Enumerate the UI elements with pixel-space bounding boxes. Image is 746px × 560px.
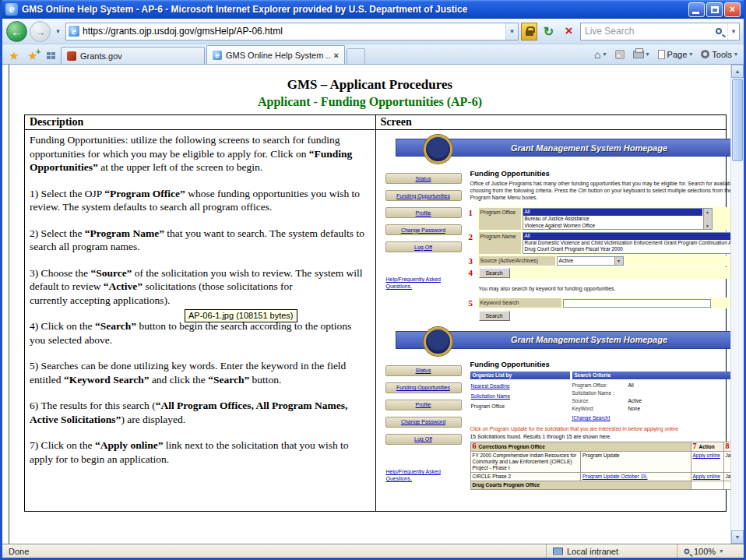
deadline-cell: January 18, 2001 [723, 451, 730, 472]
vertical-scrollbar[interactable]: ▲ ▼ [730, 65, 744, 544]
home-icon: ⌂ [594, 48, 600, 61]
gms-nav-profile[interactable]: Profile [385, 207, 462, 218]
scrollbar-thumb[interactable] [732, 79, 743, 161]
tab-gms-help[interactable]: e GMS Online Help System ... × [206, 45, 345, 64]
screenshot-gms-search: Grant Management System Homepage Status … [378, 133, 731, 321]
new-tab-stub[interactable] [347, 48, 365, 64]
back-button[interactable]: ← [6, 21, 27, 42]
gms-tab-favicon: e [213, 51, 222, 60]
program-update-link[interactable]: Program Update October 19, [582, 474, 647, 479]
quick-tabs-button[interactable] [42, 47, 59, 64]
gms-nav-change-password[interactable]: Change Password [385, 417, 462, 428]
page-title: GMS – Applicant Procedures [9, 77, 730, 93]
gms-nav-change-password[interactable]: Change Password [385, 224, 462, 235]
callout-3: 3 [469, 255, 477, 266]
command-bar: ⌂▾ ▾ Page▾ Tools▾ [590, 44, 741, 64]
select-option[interactable]: Rural Domestic Violence and Child Victim… [523, 240, 731, 247]
keyword-search-label: Keyword Search [479, 298, 561, 308]
refresh-button[interactable]: ↻ [540, 23, 558, 41]
intranet-zone-icon [553, 548, 563, 555]
stop-button[interactable]: × [560, 23, 578, 41]
chevron-down-icon: ▾ [646, 51, 649, 58]
program-update-notice: Click on Program Update for the solicita… [470, 426, 731, 431]
sort-solicitation-name-link[interactable]: Solicitation Name [471, 393, 572, 399]
select-option[interactable]: Drug Court Grant Program Fiscal Year 200… [523, 246, 731, 253]
doj-seal [424, 135, 452, 164]
select-option[interactable]: All [523, 209, 702, 216]
url-text[interactable]: https://grants.ojp.usdoj.gov/gmsHelp/AP-… [83, 26, 505, 37]
gms-help-link[interactable]: Help/Frequently Asked Questions. [386, 468, 463, 482]
apply-online-link[interactable]: Apply online [693, 474, 720, 479]
sort-program-office-item: Program Office [471, 403, 572, 409]
program-office-label: Program Office [479, 208, 521, 230]
search-magnifier-button[interactable] [710, 23, 727, 40]
source-dropdown[interactable]: Active ▼ [557, 256, 624, 266]
search-box[interactable]: Live Search ▾ [580, 23, 740, 41]
callout-5: 5 [469, 298, 477, 308]
favorites-center-button[interactable]: ★ [5, 47, 23, 64]
deadline-cell: January 18, 2001 [723, 472, 730, 481]
screen-column-header: Screen [375, 115, 727, 130]
screen-cell: Grant Management System Homepage Status … [375, 130, 727, 512]
search-button-row: 4 Search [469, 267, 731, 279]
gms-nav-profile[interactable]: Profile [385, 400, 462, 410]
desc-paragraph-1: 1) Select the OJP “Program Office” whose… [30, 187, 369, 214]
recent-pages-dropdown[interactable]: ▾ [53, 27, 63, 35]
callout-2: 2 [469, 231, 477, 255]
minimize-button[interactable] [688, 2, 705, 17]
gms-search-button[interactable]: Search [479, 268, 510, 278]
tab-close-icon[interactable]: × [334, 51, 339, 60]
gms-nav-status[interactable]: Status [385, 173, 462, 184]
tools-menu-button[interactable]: Tools▾ [697, 46, 741, 63]
address-bar[interactable]: e https://grants.ojp.usdoj.gov/gmsHelp/A… [65, 23, 519, 41]
feeds-button[interactable] [611, 46, 628, 63]
gms-nav-funding-opportunities[interactable]: Funding Opportunities [385, 190, 462, 201]
gms-nav-status[interactable]: Status [385, 365, 462, 376]
gms-header: Grant Management System Homepage [378, 133, 731, 166]
description-column-header: Description [25, 115, 376, 130]
lock-icon [526, 30, 533, 36]
gms-nav-log-off[interactable]: Log Off [385, 241, 462, 252]
select-option[interactable]: Bureau of Justice Assistance [523, 216, 702, 223]
print-button[interactable]: ▾ [629, 46, 653, 63]
add-favorite-button[interactable]: ★+ [23, 47, 42, 64]
security-lock-icon[interactable] [521, 23, 537, 41]
program-office-select[interactable]: All Bureau of Justice Assistance Violenc… [523, 208, 713, 230]
gms-nav-log-off[interactable]: Log Off [385, 434, 462, 445]
results-table: 6Corrections Program Office 7Action 8Dea… [470, 442, 731, 490]
zoom-dropdown-icon[interactable]: ▾ [720, 548, 723, 555]
zoom-control[interactable]: 100% ▾ [677, 544, 744, 558]
tab-grants-gov[interactable]: Grants.gov [61, 47, 205, 64]
select-scrollbar[interactable]: ▲▼ [703, 209, 712, 229]
change-search-link[interactable]: [Change Search] [572, 415, 731, 421]
gms-nav-funding-opportunities[interactable]: Funding Opportunities [385, 382, 462, 393]
program-name-select[interactable]: All Rural Domestic Violence and Child Vi… [523, 232, 731, 254]
zone-label: Local intranet [567, 547, 618, 556]
apply-online-link[interactable]: Apply online [693, 453, 720, 458]
search-provider-dropdown[interactable]: ▾ [727, 23, 739, 40]
search-input[interactable]: Live Search [581, 26, 710, 37]
gms-help-link[interactable]: Help/Frequently Asked Questions. [386, 276, 463, 290]
gms-keyword-search-button[interactable]: Search [479, 311, 510, 321]
desc-paragraph-6: 6) The results for this search (“All Pro… [30, 399, 369, 426]
scroll-down-button[interactable]: ▼ [731, 530, 744, 544]
browser-content: GMS – Applicant Procedures Applicant - F… [2, 65, 744, 544]
forward-button[interactable]: → [30, 21, 51, 42]
close-button[interactable]: × [724, 2, 741, 17]
maximize-button[interactable] [706, 2, 723, 17]
address-dropdown[interactable]: ▾ [505, 23, 518, 40]
tab-bar: ★ ★+ Grants.gov e GMS Online Help System… [2, 44, 744, 65]
keyword-search-input[interactable] [563, 299, 711, 308]
sort-nearest-deadline-link[interactable]: Nearest Deadline [471, 383, 572, 389]
plus-icon: + [36, 48, 40, 56]
scroll-up-button[interactable]: ▲ [731, 65, 744, 78]
star-icon: ★ [9, 50, 19, 62]
page-menu-button[interactable]: Page▾ [654, 46, 697, 63]
home-button[interactable]: ⌂▾ [590, 46, 610, 63]
desc-paragraph-4: 4) Click on the “Search” button to begin… [30, 319, 369, 347]
screenshot-gms-results: Grant Management System Homepage Status … [378, 326, 731, 508]
select-option[interactable]: All [523, 233, 731, 240]
gms-header: Grant Management System Homepage [378, 326, 731, 358]
dropdown-arrow-icon[interactable]: ▼ [614, 257, 623, 265]
select-option[interactable]: Violence Against Women Office [523, 223, 702, 230]
